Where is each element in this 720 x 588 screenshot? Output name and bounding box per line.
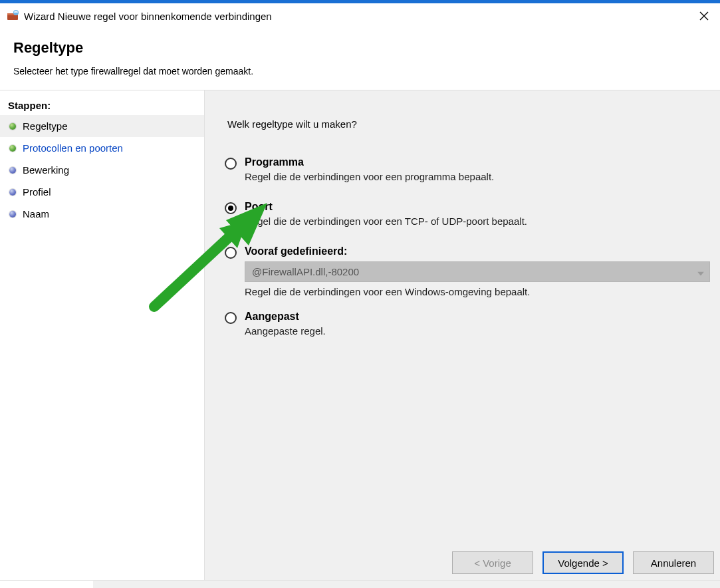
firewall-app-icon xyxy=(7,10,19,22)
cancel-button[interactable]: Annuleren xyxy=(633,551,714,574)
window-title: Wizard Nieuwe regel voor binnenkomende v… xyxy=(24,11,272,22)
page-header: Regeltype Selecteer het type firewallreg… xyxy=(0,29,720,90)
step-naam[interactable]: Naam xyxy=(0,203,204,225)
option-vooraf-gedefinieerd: Vooraf gedefinieerd: @FirewallAPI.dll,-8… xyxy=(225,245,710,297)
next-button[interactable]: Volgende > xyxy=(542,551,624,574)
radio-programma[interactable] xyxy=(225,158,237,170)
chevron-down-icon xyxy=(697,266,704,277)
background-strip xyxy=(0,580,720,588)
back-label: < Vorige xyxy=(474,557,511,569)
step-label: Naam xyxy=(23,208,49,220)
option-title: Aangepast xyxy=(245,311,710,323)
radio-vooraf-gedefinieerd[interactable] xyxy=(225,247,237,259)
option-title: Vooraf gedefinieerd: xyxy=(245,245,710,257)
next-label: Volgende > xyxy=(558,557,608,569)
page-title: Regeltype xyxy=(13,39,707,57)
question-text: Welk regeltype wilt u maken? xyxy=(227,118,710,130)
close-icon xyxy=(699,11,709,21)
step-label: Bewerking xyxy=(23,164,69,176)
option-poort: Poort Regel die de verbindingen voor een… xyxy=(225,201,710,227)
step-bullet-icon xyxy=(9,123,16,130)
steps-sidebar: Stappen: Regeltype Protocollen en poorte… xyxy=(0,90,205,585)
option-body: Poort Regel die de verbindingen voor een… xyxy=(245,201,710,227)
step-label: Profiel xyxy=(23,186,51,198)
step-bewerking[interactable]: Bewerking xyxy=(0,159,204,181)
close-button[interactable] xyxy=(688,3,720,29)
option-body: Aangepast Aangepaste regel. xyxy=(245,311,710,337)
option-desc: Regel die de verbindingen voor een Windo… xyxy=(245,286,710,297)
wizard-window: Wizard Nieuwe regel voor binnenkomende v… xyxy=(0,0,720,588)
option-title: Poort xyxy=(245,201,710,213)
option-title: Programma xyxy=(245,156,710,168)
main-content: Welk regeltype wilt u maken? Programma R… xyxy=(205,90,720,585)
dropdown-value: @FirewallAPI.dll,-80200 xyxy=(252,266,359,277)
option-desc: Aangepaste regel. xyxy=(245,325,710,337)
option-desc: Regel die de verbindingen voor een TCP- … xyxy=(245,216,710,227)
page-subtitle: Selecteer het type firewallregel dat moe… xyxy=(13,66,707,76)
option-body: Programma Regel die de verbindingen voor… xyxy=(245,156,710,182)
step-label: Regeltype xyxy=(23,120,68,132)
option-programma: Programma Regel die de verbindingen voor… xyxy=(225,156,710,182)
step-bullet-icon xyxy=(9,145,16,152)
step-label: Protocollen en poorten xyxy=(23,142,123,154)
step-protocollen-en-poorten[interactable]: Protocollen en poorten xyxy=(0,137,204,159)
option-aangepast: Aangepast Aangepaste regel. xyxy=(225,311,710,337)
wizard-footer: < Vorige Volgende > Annuleren xyxy=(452,551,714,574)
step-bullet-icon xyxy=(9,189,16,196)
cancel-label: Annuleren xyxy=(651,557,696,569)
back-button: < Vorige xyxy=(452,551,533,574)
radio-aangepast[interactable] xyxy=(225,312,237,324)
predefined-dropdown: @FirewallAPI.dll,-80200 xyxy=(245,261,710,282)
step-bullet-icon xyxy=(9,211,16,218)
steps-title: Stappen: xyxy=(0,97,204,115)
step-bullet-icon xyxy=(9,167,16,174)
step-profiel[interactable]: Profiel xyxy=(0,181,204,203)
radio-poort[interactable] xyxy=(225,202,237,214)
wizard-body: Stappen: Regeltype Protocollen en poorte… xyxy=(0,90,720,585)
option-desc: Regel die de verbindingen voor een progr… xyxy=(245,171,710,182)
titlebar: Wizard Nieuwe regel voor binnenkomende v… xyxy=(0,3,720,29)
step-regeltype[interactable]: Regeltype xyxy=(0,115,204,137)
option-body: Vooraf gedefinieerd: @FirewallAPI.dll,-8… xyxy=(245,245,710,297)
